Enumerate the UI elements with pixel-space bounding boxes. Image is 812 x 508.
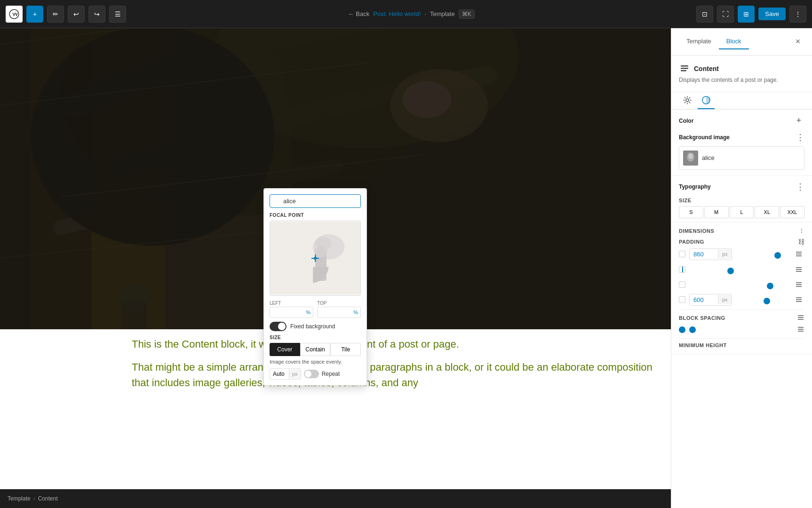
more-menu-button[interactable]: ⋮: [789, 6, 806, 23]
padding-slider-3[interactable]: [692, 285, 787, 287]
save-button[interactable]: Save: [758, 8, 786, 20]
dimensions-label: Dimensions ⋮: [679, 228, 804, 234]
tab-template[interactable]: Template: [679, 34, 719, 49]
block-spacing-options-button[interactable]: [797, 314, 804, 323]
padding-checkbox-2[interactable]: [679, 266, 685, 273]
min-height-label: MINIMUM HEIGHT: [679, 342, 804, 348]
padding-slider-4[interactable]: [739, 300, 787, 302]
bg-image-thumbnail: [683, 151, 698, 166]
fixed-bg-row: Fixed background: [270, 322, 361, 331]
dimensions-more-button[interactable]: ⋮: [799, 228, 804, 234]
typography-label: Typography: [679, 183, 711, 190]
size-section-label: SIZE: [679, 198, 804, 203]
topbar: + ✏ ↩ ↪ ☰ ← Back Post: Hello world! · Te…: [0, 0, 812, 28]
padding-link-button[interactable]: ⛓: [798, 238, 804, 246]
typography-more-button[interactable]: ⋮: [796, 182, 804, 192]
padding-options-2-button[interactable]: [793, 264, 804, 275]
svg-rect-26: [681, 68, 688, 69]
padding-input-1[interactable]: [690, 249, 718, 260]
content-paragraph-2: That might be a simple arrangement of co…: [132, 359, 657, 390]
topbar-right: ⊡ ⛶ ⊞ Save ⋮: [696, 6, 806, 23]
toggle-knob: [278, 323, 286, 330]
settings-tab[interactable]: [679, 92, 696, 109]
size-hint: Image covers the space evenly.: [270, 359, 361, 365]
content-text-area: This is the Content block, it will displ…: [132, 336, 657, 390]
padding-slider-1[interactable]: [739, 254, 787, 256]
size-label: SIZE: [270, 335, 361, 340]
style-tab[interactable]: [698, 92, 715, 109]
repeat-toggle[interactable]: [304, 370, 319, 378]
svg-point-12: [119, 284, 150, 311]
cover-button[interactable]: Cover: [270, 343, 300, 356]
auto-input[interactable]: [270, 369, 289, 379]
close-panel-button[interactable]: ×: [791, 35, 804, 48]
post-link[interactable]: Post: Hello world!: [373, 10, 421, 17]
panel-header: Template Block ×: [671, 28, 812, 56]
undo-button[interactable]: ↩: [68, 6, 85, 23]
document-overview-button[interactable]: ☰: [109, 6, 126, 23]
settings-sidebar-button[interactable]: ⊞: [738, 6, 755, 23]
top-input-wrap: %: [317, 307, 361, 318]
bg-image-more-button[interactable]: ⋮: [796, 132, 804, 143]
image-search-input[interactable]: [270, 194, 361, 208]
size-l-button[interactable]: L: [730, 206, 754, 218]
back-button[interactable]: ← Back: [348, 10, 370, 17]
svg-point-8: [31, 28, 275, 246]
block-icon: [679, 63, 690, 74]
block-spacing-adjust-button[interactable]: [797, 325, 804, 334]
add-block-button[interactable]: +: [26, 6, 43, 23]
image-preview[interactable]: [270, 221, 361, 296]
wp-logo[interactable]: [6, 6, 23, 23]
template-label: Template: [430, 10, 455, 17]
padding-checkbox-3[interactable]: [679, 281, 685, 288]
block-title-row: Content: [679, 63, 804, 74]
size-s-button[interactable]: S: [679, 206, 703, 218]
tab-block[interactable]: Block: [719, 34, 749, 49]
breadcrumb-template[interactable]: Template: [8, 495, 31, 502]
template-separator: ·: [424, 10, 426, 17]
block-description: Displays the contents of a post or page.: [679, 76, 804, 84]
padding-slider-2[interactable]: [692, 270, 787, 272]
svg-rect-27: [681, 70, 686, 71]
contain-button[interactable]: Contain: [300, 343, 331, 356]
bg-image-preview[interactable]: alice: [679, 146, 804, 170]
svg-point-32: [688, 153, 693, 159]
size-m-button[interactable]: M: [704, 206, 729, 218]
dimensions-section: Dimensions ⋮ PADDING ⛓ px: [671, 222, 812, 354]
padding-unit-4: px: [718, 295, 732, 304]
block-spacing-slider[interactable]: [689, 329, 793, 331]
main: ≡ ▣ ⋮: [0, 28, 812, 508]
view-button[interactable]: ⊡: [696, 6, 713, 23]
left-suffix: %: [306, 310, 310, 315]
padding-options-1-button[interactable]: [793, 248, 804, 260]
fullscreen-button[interactable]: ⛶: [717, 6, 734, 23]
tools-button[interactable]: ✏: [47, 6, 64, 23]
svg-point-10: [403, 81, 452, 118]
padding-row-4: px: [679, 294, 804, 306]
focal-point-handle[interactable]: [311, 254, 319, 262]
right-panel: Template Block × Content Displays the co…: [671, 28, 812, 508]
repeat-label: Repeat: [322, 371, 340, 377]
fixed-bg-toggle[interactable]: [270, 322, 287, 331]
breadcrumb-content[interactable]: Content: [38, 495, 58, 502]
top-suffix: %: [353, 310, 358, 315]
padding-checkbox-4[interactable]: [679, 296, 685, 303]
size-buttons: Cover Contain Tile: [270, 343, 361, 356]
padding-input-4[interactable]: [690, 294, 718, 305]
padding-options-3-button[interactable]: [793, 279, 804, 290]
padding-checkbox-1[interactable]: [679, 251, 685, 257]
padding-options-4-button[interactable]: [793, 294, 804, 305]
padding-label: PADDING: [679, 239, 704, 245]
color-add-button[interactable]: +: [793, 115, 804, 127]
repeat-toggle-knob: [305, 371, 311, 377]
redo-button[interactable]: ↪: [88, 6, 105, 23]
size-xxl-button[interactable]: XXL: [780, 206, 804, 218]
content-paragraph-1: This is the Content block, it will displ…: [132, 336, 657, 352]
size-xl-button[interactable]: XL: [755, 206, 779, 218]
svg-rect-25: [681, 65, 688, 67]
auto-input-group: px: [270, 368, 301, 380]
bg-image-section: Background image ⋮ alice: [671, 130, 812, 175]
editor-canvas: ≡ ▣ ⋮: [0, 28, 671, 508]
tile-button[interactable]: Tile: [330, 343, 361, 356]
command-palette-badge[interactable]: ⌘K: [459, 9, 475, 19]
